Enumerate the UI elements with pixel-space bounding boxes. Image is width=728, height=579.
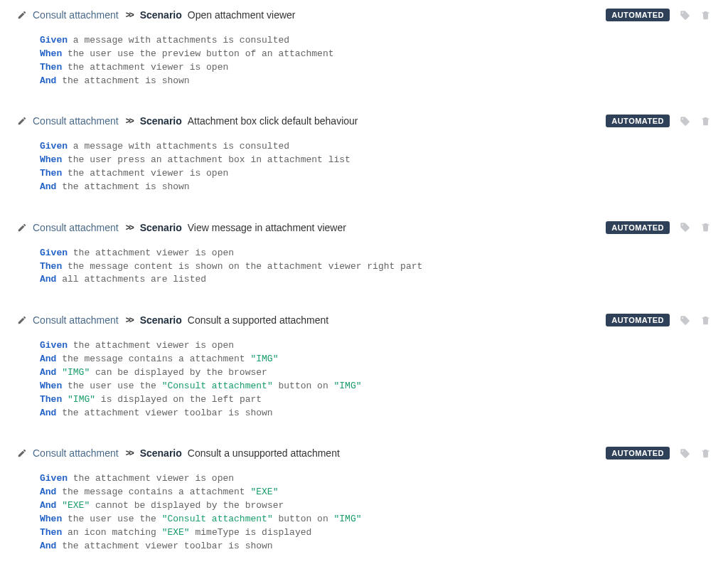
scenario-actions: AUTOMATED <box>606 221 711 234</box>
step-line: Given the attachment viewer is open <box>40 472 711 486</box>
step-param: "Consult attachment" <box>162 514 273 524</box>
scenario-label: Scenario <box>140 314 182 326</box>
step-keyword: And <box>40 354 56 364</box>
trash-icon[interactable] <box>700 222 711 233</box>
feature-link[interactable]: Consult attachment <box>33 222 119 233</box>
step-line: When the user use the "Consult attachmen… <box>40 380 711 393</box>
scenario-label: Scenario <box>140 9 182 21</box>
scenario-actions: AUTOMATED <box>606 447 711 460</box>
chevrons-icon: >> <box>126 315 133 325</box>
scenario: Consult attachment>>ScenarioConsult a su… <box>17 314 711 420</box>
step-text: the message contains a attachment <box>56 487 250 497</box>
status-badge: AUTOMATED <box>606 115 670 127</box>
scenario-header: Consult attachment>>ScenarioConsult a su… <box>17 314 711 326</box>
scenario-label: Scenario <box>140 447 182 459</box>
step-param: "EXE" <box>162 527 190 538</box>
pencil-icon[interactable] <box>17 116 27 126</box>
tag-icon[interactable] <box>680 116 690 127</box>
step-line: When the user use the preview button of … <box>40 48 711 61</box>
trash-icon[interactable] <box>700 10 711 21</box>
step-text: the user use the <box>62 381 161 391</box>
step-text: the attachment viewer is open <box>62 168 228 179</box>
step-param: "IMG" <box>62 367 90 378</box>
status-badge: AUTOMATED <box>606 9 670 21</box>
step-keyword: And <box>40 367 56 378</box>
tag-icon[interactable] <box>680 10 690 21</box>
step-line: Then the attachment viewer is open <box>40 167 711 181</box>
step-keyword: Given <box>40 340 68 351</box>
pencil-icon[interactable] <box>17 10 27 20</box>
step-keyword: Then <box>40 394 62 405</box>
step-text: all attachments are listed <box>56 274 206 285</box>
step-line: Given the attachment viewer is open <box>40 247 711 260</box>
scenario-title: Consult a supported attachment <box>188 314 328 326</box>
scenario: Consult attachment>>ScenarioView message… <box>17 221 711 287</box>
step-keyword: Then <box>40 168 62 179</box>
tag-icon[interactable] <box>680 448 690 459</box>
step-keyword: Given <box>40 35 68 46</box>
step-param: "IMG" <box>250 354 278 364</box>
pencil-icon[interactable] <box>17 448 27 458</box>
step-keyword: And <box>40 541 56 551</box>
scenario-header: Consult attachment>>ScenarioAttachment b… <box>17 115 711 127</box>
step-text: cannot be displayed by the browser <box>90 500 284 511</box>
step-text: the message contains a attachment <box>56 354 250 364</box>
step-line: Then "IMG" is displayed on the left part <box>40 393 711 407</box>
scenario-header: Consult attachment>>ScenarioOpen attachm… <box>17 9 711 21</box>
step-line: And "IMG" can be displayed by the browse… <box>40 366 711 380</box>
step-keyword: Then <box>40 261 62 272</box>
step-text: is displayed on the left part <box>95 394 262 405</box>
step-keyword: And <box>40 487 56 497</box>
step-keyword: And <box>40 274 56 285</box>
feature-link[interactable]: Consult attachment <box>33 314 119 326</box>
step-line: Given a message with attachments is cons… <box>40 140 711 154</box>
step-text: a message with attachments is consulted <box>68 141 289 152</box>
scenario-title: Consult a unsupported attachment <box>188 447 340 459</box>
step-text: mimeType is displayed <box>190 527 312 538</box>
step-text: the user use the preview button of an at… <box>62 48 333 59</box>
pencil-icon[interactable] <box>17 315 27 325</box>
step-param: "EXE" <box>62 500 90 511</box>
scenario-title: Open attachment viewer <box>188 9 296 21</box>
trash-icon[interactable] <box>700 116 711 127</box>
feature-link[interactable]: Consult attachment <box>33 447 119 459</box>
scenario-steps: Given the attachment viewer is openAnd t… <box>17 472 711 553</box>
scenario-actions: AUTOMATED <box>606 115 711 127</box>
trash-icon[interactable] <box>700 448 711 459</box>
scenario: Consult attachment>>ScenarioOpen attachm… <box>17 9 711 87</box>
step-param: "IMG" <box>334 381 362 391</box>
step-text: the user use the <box>62 514 161 524</box>
feature-link[interactable]: Consult attachment <box>33 115 119 127</box>
feature-link[interactable]: Consult attachment <box>33 9 119 21</box>
step-text: the attachment viewer is open <box>68 340 234 351</box>
step-text: the attachment viewer toolbar is shown <box>56 541 272 551</box>
chevrons-icon: >> <box>126 116 133 126</box>
step-line: And the attachment viewer toolbar is sho… <box>40 540 711 553</box>
chevrons-icon: >> <box>126 10 133 20</box>
step-param: "IMG" <box>334 514 362 524</box>
step-text: the attachment viewer toolbar is shown <box>56 408 272 418</box>
tag-icon[interactable] <box>680 315 690 326</box>
step-line: Given the attachment viewer is open <box>40 339 711 353</box>
scenario-steps: Given the attachment viewer is openAnd t… <box>17 339 711 420</box>
pencil-icon[interactable] <box>17 223 27 233</box>
trash-icon[interactable] <box>700 315 711 326</box>
step-text: the attachment viewer is open <box>62 62 228 73</box>
chevrons-icon: >> <box>126 223 133 233</box>
step-keyword: When <box>40 514 62 524</box>
scenario-steps: Given a message with attachments is cons… <box>17 140 711 193</box>
status-badge: AUTOMATED <box>606 314 670 326</box>
step-text: the attachment viewer is open <box>68 473 234 484</box>
step-line: And the attachment viewer toolbar is sho… <box>40 407 711 420</box>
scenario-header: Consult attachment>>ScenarioConsult a un… <box>17 447 711 460</box>
chevrons-icon: >> <box>126 448 133 458</box>
step-keyword: When <box>40 48 62 59</box>
scenario: Consult attachment>>ScenarioConsult a un… <box>17 447 711 553</box>
tag-icon[interactable] <box>680 222 690 233</box>
scenario-label: Scenario <box>140 115 182 127</box>
step-param: "IMG" <box>68 394 95 405</box>
step-keyword: When <box>40 154 62 165</box>
step-text: can be displayed by the browser <box>90 367 267 378</box>
step-line: Then the attachment viewer is open <box>40 61 711 75</box>
step-keyword: Then <box>40 527 62 538</box>
